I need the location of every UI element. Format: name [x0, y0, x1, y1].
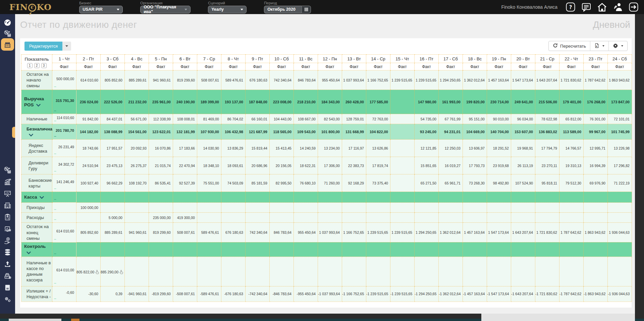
data-cell[interactable]: 112 338,99 — [149, 114, 173, 124]
sidebar-item-clipboard[interactable] — [0, 212, 15, 222]
data-cell[interactable]: 819 299,60 — [173, 70, 197, 90]
data-cell[interactable]: 76 680,10 — [294, 174, 318, 192]
data-cell[interactable] — [76, 242, 101, 257]
data-cell[interactable]: 147 980,00 — [415, 90, 439, 114]
data-cell[interactable]: 101 800,00 — [318, 124, 342, 140]
data-cell[interactable]: 1 239 515,65 — [366, 223, 390, 242]
business-select[interactable]: USAR PIR — [79, 6, 123, 13]
data-cell[interactable]: -1 457 163,64 — [463, 286, 487, 302]
logout-icon[interactable] — [629, 2, 639, 12]
sidebar-item-laptop-check[interactable] — [0, 224, 15, 234]
data-cell[interactable]: 187 848,00 — [246, 90, 270, 114]
data-cell[interactable] — [101, 203, 125, 213]
table-settings-button[interactable] — [609, 41, 627, 51]
data-cell[interactable]: 109 543,00 — [294, 124, 318, 140]
data-cell[interactable]: 138 088,99 — [101, 124, 125, 140]
data-cell[interactable] — [149, 257, 173, 286]
data-cell[interactable] — [559, 242, 584, 257]
data-cell[interactable]: 99 967,00 — [584, 124, 608, 140]
data-cell[interactable]: 24 510,94 — [76, 157, 101, 174]
data-cell[interactable] — [366, 213, 390, 223]
data-cell[interactable] — [584, 257, 608, 286]
data-cell[interactable]: –114 010,60 — [52, 114, 76, 124]
data-cell[interactable]: 885 289,61 — [125, 70, 149, 90]
data-cell[interactable] — [415, 257, 439, 286]
messages-icon[interactable] — [581, 2, 591, 12]
data-cell[interactable] — [415, 213, 439, 223]
data-cell[interactable] — [149, 203, 173, 213]
data-cell[interactable]: 94 231,01 — [439, 124, 463, 140]
data-cell[interactable]: 123 622,01 — [149, 124, 173, 140]
data-cell[interactable]: 676 180,63 — [246, 70, 270, 90]
data-cell[interactable]: 16 019,27 — [439, 157, 463, 174]
sidebar-item-presentation[interactable] — [0, 189, 15, 199]
data-cell[interactable]: –614 010,00 — [52, 257, 76, 286]
data-cell[interactable]: 614 010,60 — [76, 70, 101, 90]
data-cell[interactable] — [487, 203, 511, 213]
data-cell[interactable] — [439, 242, 463, 257]
data-cell[interactable] — [221, 242, 246, 257]
data-cell[interactable]: 121 687,99 — [246, 124, 270, 140]
data-cell[interactable] — [390, 90, 415, 114]
data-cell[interactable]: -1 721 830,62 — [535, 286, 559, 302]
data-cell[interactable]: -1 936 044,63 — [608, 286, 632, 302]
data-cell[interactable]: 14 766,57 — [559, 140, 584, 157]
data-cell[interactable]: 1 721 830,62 — [535, 223, 559, 242]
data-cell[interactable]: 18 743,66 — [76, 140, 101, 157]
data-cell[interactable]: 67 761,99 — [439, 114, 463, 124]
data-cell[interactable]: 72 101,01 — [608, 114, 632, 124]
data-cell[interactable]: -941 960,61 — [125, 286, 149, 302]
data-cell[interactable]: 12 995,71 — [584, 140, 608, 157]
indicator-level-button-1[interactable]: 1 — [27, 63, 33, 68]
data-cell[interactable]: 16 994,39 — [584, 157, 608, 174]
chevron-down-icon[interactable] — [26, 250, 31, 256]
data-cell[interactable]: – — [52, 203, 76, 213]
data-cell[interactable]: 805 852,60 — [76, 223, 101, 242]
data-cell[interactable]: 96 662,29 — [101, 174, 125, 192]
data-cell[interactable]: 1 294 250,65 — [415, 223, 439, 242]
data-cell[interactable] — [463, 203, 487, 213]
data-cell[interactable]: 92 168,29 — [342, 174, 366, 192]
data-cell[interactable]: 17 306,00 — [318, 157, 342, 174]
data-cell[interactable]: 19 968,91 — [511, 140, 535, 157]
data-cell[interactable]: 177 585,00 — [366, 90, 390, 114]
data-cell[interactable]: 14 030,90 — [197, 140, 221, 157]
data-cell[interactable] — [511, 203, 535, 213]
data-cell[interactable]: –26 231,49 — [52, 140, 76, 157]
data-cell[interactable] — [270, 257, 294, 286]
help-icon[interactable]: ? — [566, 2, 576, 12]
data-cell[interactable]: 1 721 830,62 — [559, 70, 584, 90]
data-cell[interactable]: 54 735,00 — [415, 114, 439, 124]
data-cell[interactable]: 17 819,74 — [366, 157, 390, 174]
data-cell[interactable]: 1 457 163,64 — [463, 223, 487, 242]
data-cell[interactable]: 23 270,11 — [535, 157, 559, 174]
horizontal-scrollbar[interactable] — [0, 314, 644, 319]
data-cell[interactable]: 589 476,61 — [221, 70, 246, 90]
data-cell[interactable]: 1 936 044,63 — [608, 223, 632, 242]
data-cell[interactable]: 13 606,97 — [463, 140, 487, 157]
data-cell[interactable]: 13 836,29 — [221, 140, 246, 157]
data-cell[interactable]: 71 260,00 — [318, 174, 342, 192]
data-cell[interactable] — [246, 242, 270, 257]
data-cell[interactable]: 805 822,00 — [76, 257, 101, 286]
data-cell[interactable] — [608, 213, 632, 223]
data-cell[interactable]: 1 166 752,65 — [342, 223, 366, 242]
data-cell[interactable] — [342, 257, 366, 286]
data-cell[interactable]: 136 883,02 — [535, 124, 559, 140]
data-cell[interactable]: 91 842,00 — [76, 114, 101, 124]
data-cell[interactable] — [415, 192, 439, 203]
data-cell[interactable]: 73 375,40 — [366, 174, 390, 192]
data-cell[interactable]: -742 340,64 — [246, 286, 270, 302]
data-cell[interactable] — [535, 192, 559, 203]
data-cell[interactable]: 22 383,73 — [342, 157, 366, 174]
data-cell[interactable] — [294, 213, 318, 223]
data-cell[interactable]: 95 151,00 — [463, 114, 487, 124]
data-cell[interactable] — [608, 242, 632, 257]
data-cell[interactable]: 144 182,00 — [76, 124, 101, 140]
data-cell[interactable] — [415, 242, 439, 257]
data-cell[interactable]: 118 565,00 — [270, 124, 294, 140]
indicator-level-button-2[interactable]: 2 — [34, 63, 40, 68]
data-cell[interactable] — [487, 242, 511, 257]
sidebar-item-bank[interactable] — [0, 40, 15, 50]
data-cell[interactable] — [246, 192, 270, 203]
